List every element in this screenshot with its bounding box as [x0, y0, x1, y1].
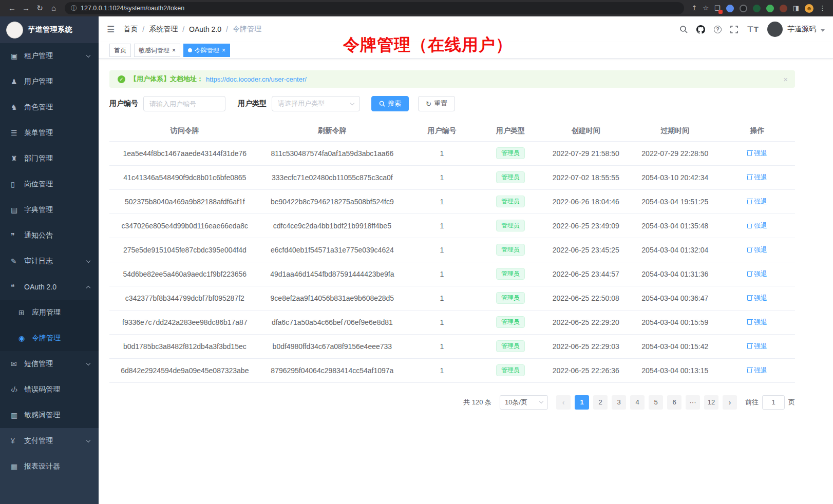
prev-page-button[interactable]: ‹ [556, 395, 571, 410]
sidebar-item-post[interactable]: ▯岗位管理 [0, 171, 99, 197]
create-time-cell: 2022-06-25 23:49:09 [541, 214, 631, 238]
bookmark-star-icon[interactable]: ☆ [703, 4, 709, 12]
sidebar-item-audit-log[interactable]: ✎审计日志 [0, 248, 99, 274]
chevron-down-icon[interactable] [821, 29, 825, 32]
page-size-select[interactable]: 10条/页 [500, 395, 548, 410]
fullscreen-icon[interactable] [730, 26, 738, 33]
success-check-icon: ✓ [118, 75, 125, 83]
menu-icon: ☰ [11, 129, 24, 137]
refresh-token-cell: 811c530487574fa0af1a59d3abc1aa66 [260, 141, 404, 165]
extension-darkgreen-icon[interactable] [753, 5, 761, 12]
sidebar-item-pay[interactable]: ¥支付管理 [0, 428, 99, 454]
sidebar-item-label: 菜单管理 [24, 128, 53, 138]
force-logout-button[interactable]: 强退 [747, 173, 767, 182]
reload-icon[interactable]: ↻ [33, 0, 47, 16]
page-button-2[interactable]: 2 [593, 395, 608, 410]
user-type-placeholder: 请选择用户类型 [278, 99, 325, 108]
sidebar-item-tenant[interactable]: ▣租户管理 [0, 43, 99, 69]
sidebar-item-dept[interactable]: ♜部门管理 [0, 146, 99, 171]
expire-time-cell: 2022-07-29 22:28:50 [631, 141, 720, 165]
share-icon[interactable]: ↥ [691, 4, 697, 12]
reset-button[interactable]: ↻ 重置 [418, 96, 455, 111]
side-panel-icon[interactable]: ◨ [793, 4, 799, 12]
sidebar-item-oauth2-token[interactable]: ◉令牌管理 [0, 325, 99, 351]
extension-green-icon[interactable] [766, 5, 774, 12]
app-icon: ⊞ [18, 308, 32, 317]
goto-page-input[interactable] [762, 395, 785, 410]
extension-blue-icon[interactable] [726, 5, 734, 12]
extensions-icon[interactable]: ❑ [714, 4, 721, 12]
force-logout-button[interactable]: 强退 [747, 149, 767, 158]
sidebar-item-sms[interactable]: ✉短信管理 [0, 351, 99, 377]
site-info-icon[interactable]: ⓘ [71, 4, 77, 13]
tab-close-icon[interactable]: × [172, 47, 176, 53]
back-icon[interactable]: ← [5, 0, 19, 16]
sidebar-item-label: 角色管理 [24, 103, 53, 112]
delete-icon [747, 320, 752, 325]
force-logout-button[interactable]: 强退 [747, 366, 767, 375]
page-button-1[interactable]: 1 [575, 395, 589, 410]
github-icon[interactable] [696, 25, 705, 34]
action-cell: 强退 [720, 358, 795, 382]
tab-label: 令牌管理 [195, 46, 219, 55]
breadcrumb-item[interactable]: 系统管理 [149, 25, 178, 34]
address-bar[interactable]: ⓘ 127.0.0.1:1024/system/oauth2/token [65, 2, 684, 14]
token-table: 访问令牌刷新令牌用户编号用户类型创建时间过期时间操作 1ea5e44f8bc14… [109, 121, 795, 383]
tab-令牌管理[interactable]: 令牌管理× [183, 44, 230, 57]
help-icon[interactable]: ? [714, 26, 722, 33]
pagination-more[interactable]: ··· [686, 395, 700, 410]
page-button-4[interactable]: 4 [630, 395, 645, 410]
force-logout-button[interactable]: 强退 [747, 197, 767, 206]
tab-敏感词管理[interactable]: 敏感词管理× [134, 44, 180, 57]
sidebar-item-sensitive-word[interactable]: ▥敏感词管理 [0, 402, 99, 428]
errcode-icon: ‹/› [11, 385, 24, 394]
sidebar-item-error-code[interactable]: ‹/›错误码管理 [0, 377, 99, 402]
dept-icon: ♜ [11, 154, 24, 163]
sidebar-item-user[interactable]: ♟用户管理 [0, 69, 99, 94]
user-id-input[interactable] [143, 96, 225, 111]
force-logout-button[interactable]: 强退 [747, 221, 767, 230]
page-button-3[interactable]: 3 [612, 395, 626, 410]
oauth-icon: ❝ [11, 283, 24, 291]
sidebar-item-notice[interactable]: ❞通知公告 [0, 223, 99, 248]
force-logout-button[interactable]: 强退 [747, 318, 767, 327]
breadcrumb-item[interactable]: OAuth 2.0 [189, 25, 221, 33]
access-token-cell: 41c41346a548490f9dc8b01c6bfe0865 [109, 165, 260, 189]
page-button-6[interactable]: 6 [667, 395, 681, 410]
home-icon[interactable]: ⌂ [47, 0, 61, 16]
force-logout-button[interactable]: 强退 [747, 342, 767, 351]
font-size-icon[interactable]: ⊤T [747, 25, 759, 34]
next-page-button[interactable]: › [723, 395, 737, 410]
breadcrumb-item[interactable]: 首页 [123, 25, 138, 34]
sidebar-item-oauth2[interactable]: ❝OAuth 2.0 [0, 274, 99, 300]
search-icon[interactable] [679, 25, 688, 33]
sidebar-item-label: 用户管理 [24, 77, 53, 86]
collapse-sidebar-icon[interactable]: ☰ [107, 24, 115, 35]
alert-close-icon[interactable]: × [783, 75, 788, 84]
browser-profile-avatar[interactable]: ☻ [805, 4, 813, 13]
force-logout-button[interactable]: 强退 [747, 294, 767, 303]
page-button-5[interactable]: 5 [649, 395, 663, 410]
create-time-cell: 2022-06-25 22:29:03 [541, 334, 631, 358]
sidebar-item-report-designer[interactable]: ▦报表设计器 [0, 454, 99, 479]
tab-首页[interactable]: 首页 [109, 44, 131, 57]
tab-close-icon[interactable]: × [222, 47, 225, 53]
force-logout-button[interactable]: 强退 [747, 269, 767, 279]
browser-menu-icon[interactable]: ⋮ [819, 4, 826, 12]
page-button-12[interactable]: 12 [704, 395, 718, 410]
search-button[interactable]: 搜索 [371, 96, 409, 111]
sidebar-item-dict[interactable]: ▤字典管理 [0, 197, 99, 223]
forward-icon[interactable]: → [19, 0, 33, 16]
user-type-select[interactable]: 请选择用户类型 [272, 96, 360, 111]
extension-dark-icon[interactable] [740, 5, 747, 12]
sidebar-item-menu[interactable]: ☰菜单管理 [0, 120, 99, 146]
user-avatar[interactable] [767, 22, 783, 37]
expire-time-cell: 2054-03-04 01:35:48 [631, 214, 720, 238]
sidebar-item-oauth2-app[interactable]: ⊞应用管理 [0, 300, 99, 325]
app-logo[interactable]: 芋道管理系统 [0, 16, 99, 43]
extension-paw-icon[interactable] [780, 5, 787, 12]
alert-link[interactable]: https://doc.iocoder.cn/user-center/ [206, 75, 307, 83]
force-logout-button[interactable]: 强退 [747, 245, 767, 255]
user-id-label: 用户编号 [109, 99, 138, 108]
sidebar-item-role[interactable]: ♞角色管理 [0, 94, 99, 120]
